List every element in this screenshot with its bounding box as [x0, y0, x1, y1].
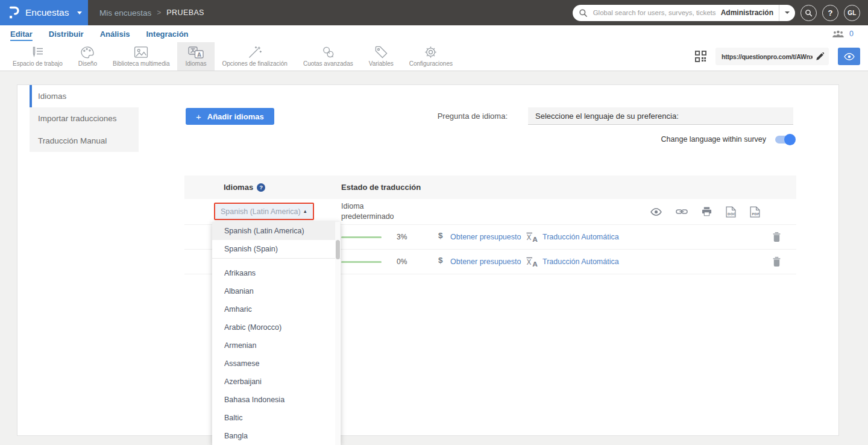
dropdown-option-spanish-spain[interactable]: Spanish (Spain): [212, 240, 341, 258]
tab-analisis[interactable]: Análisis: [100, 30, 130, 39]
help-icon[interactable]: ?: [257, 183, 265, 192]
translation-progress-bar: [341, 261, 382, 263]
edit-toolbar: Espacio de trabajoDiseñoBiblioteca multi…: [0, 42, 868, 71]
language-question-input[interactable]: [528, 107, 793, 125]
dropdown-option-spanish-latin-america[interactable]: Spanish (Latin America): [212, 222, 341, 240]
change-language-toggle[interactable]: [775, 136, 794, 144]
delete-language-trash-icon[interactable]: [773, 257, 781, 267]
search-button[interactable]: [800, 5, 817, 21]
breadcrumb-parent[interactable]: Mis encuestas: [99, 8, 151, 17]
collaborators[interactable]: 0: [832, 30, 868, 38]
tab-distribuir[interactable]: Distribuir: [49, 30, 84, 39]
gear-icon: [424, 46, 437, 58]
svg-text:A: A: [197, 51, 201, 57]
sidebar-item-importar-traducciones[interactable]: Importar traducciones: [30, 107, 139, 130]
search-input[interactable]: [592, 8, 720, 17]
toolbar-item-opciones-de-finalizacion[interactable]: Opciones de finalización: [215, 42, 295, 71]
auto-translate-link[interactable]: Traducción Automática: [542, 257, 619, 266]
tab-list: EditarDistribuirAnálisisIntegración: [10, 30, 189, 39]
workspace-icon: [31, 46, 44, 58]
svg-text:DOC: DOC: [728, 212, 735, 216]
toolbar-right: https://questionpro.com/t/AWnxvZ3: [695, 42, 868, 71]
help-button[interactable]: ?: [822, 5, 838, 21]
svg-text:X: X: [527, 258, 532, 267]
dropdown-option-bangla[interactable]: Bangla: [212, 427, 341, 445]
dropdown-option-amharic[interactable]: Amharic: [212, 300, 341, 318]
header-right: Administración ? GL: [573, 5, 868, 21]
survey-url: https://questionpro.com/t/AWnxvZ3: [722, 53, 813, 60]
default-language-status: Idioma predeterminado: [341, 201, 414, 222]
get-quote-link[interactable]: Obtener presupuesto: [450, 233, 521, 241]
link-icon[interactable]: [676, 208, 688, 215]
toolbar-item-configuraciones[interactable]: Configuraciones: [401, 42, 461, 71]
column-translation-status: Estado de traducción: [341, 183, 421, 192]
collaborators-count: 0: [849, 30, 854, 38]
toolbar-item-label: Espacio de trabajo: [13, 60, 63, 67]
print-icon[interactable]: [702, 207, 712, 216]
breadcrumb: Mis encuestas > PRUEBAS: [99, 8, 204, 17]
tab-integracion[interactable]: Integración: [146, 30, 189, 39]
language-select[interactable]: Spanish (Latin America) ▲: [214, 203, 314, 220]
product-menu[interactable]: Encuestas: [0, 0, 88, 25]
palette-icon: [81, 46, 94, 58]
toolbar-items: Espacio de trabajoDiseñoBiblioteca multi…: [5, 42, 461, 71]
languages-panel: IdiomasImportar traduccionesTraducción M…: [17, 84, 839, 436]
toolbar-item-biblioteca-multimedia[interactable]: Biblioteca multimedia: [105, 42, 178, 71]
toolbar-item-idiomas[interactable]: AIdiomas: [177, 42, 214, 71]
dropdown-option-azerbaijani[interactable]: Azerbaijani: [212, 373, 341, 391]
languages-sidebar: IdiomasImportar traduccionesTraducción M…: [30, 85, 139, 152]
qr-code-icon[interactable]: [695, 51, 706, 62]
column-languages: Idiomas: [224, 183, 253, 192]
dropdown-option-armenian[interactable]: Armenian: [212, 336, 341, 355]
language-dropdown-menu: Spanish (Latin America)Spanish (Spain)Af…: [212, 222, 341, 445]
admin-scope-label[interactable]: Administración: [720, 8, 779, 17]
get-quote-link[interactable]: Obtener presupuesto: [450, 257, 521, 266]
dropdown-option-bahasa-indonesia[interactable]: Bahasa Indonesia: [212, 391, 341, 409]
dropdown-scrollbar-thumb[interactable]: [336, 240, 340, 259]
product-name: Encuestas: [25, 7, 69, 18]
dropdown-option-arabic-morocco[interactable]: Arabic (Morocco): [212, 318, 341, 336]
preview-button[interactable]: [838, 48, 860, 65]
row-actions: DOC PDF: [650, 199, 760, 224]
survey-url-box[interactable]: https://questionpro.com/t/AWnxvZ3: [715, 48, 829, 65]
change-language-toggle-label: Change language within survey: [661, 135, 766, 144]
language-question-label: Pregunta de idioma:: [438, 112, 508, 121]
sidebar-item-traduccion-manual[interactable]: Traducción Manual: [30, 130, 139, 152]
chevron-down-icon: [77, 11, 82, 14]
tab-editar[interactable]: Editar: [10, 30, 33, 39]
export-doc-icon[interactable]: DOC: [726, 206, 736, 218]
sidebar-item-idiomas[interactable]: Idiomas: [30, 85, 139, 107]
search-icon: [579, 8, 588, 17]
chevron-up-icon: ▲: [303, 209, 313, 214]
toolbar-item-diseno[interactable]: Diseño: [71, 42, 105, 71]
auto-translate-icon[interactable]: XA: [526, 232, 539, 242]
auto-translate-icon[interactable]: XA: [526, 257, 539, 267]
global-search: Administración: [573, 5, 795, 21]
delete-language-trash-icon[interactable]: [773, 232, 781, 242]
toolbar-item-label: Idiomas: [185, 60, 206, 67]
export-pdf-icon[interactable]: PDF: [750, 206, 760, 218]
svg-text:PDF: PDF: [752, 212, 760, 216]
toolbar-item-label: Cuotas avanzadas: [303, 60, 353, 67]
preview-eye-icon[interactable]: [650, 208, 662, 216]
dropdown-divider: [212, 258, 341, 259]
toolbar-item-label: Diseño: [78, 60, 97, 67]
toolbar-item-cuotas-avanzadas[interactable]: Cuotas avanzadas: [295, 42, 361, 71]
top-header: Encuestas Mis encuestas > PRUEBAS Admini…: [0, 0, 868, 25]
svg-text:A: A: [533, 260, 538, 267]
auto-translate-link[interactable]: Traducción Automática: [542, 233, 619, 241]
toolbar-item-variables[interactable]: Variables: [361, 42, 401, 71]
search-scope-dropdown[interactable]: [779, 11, 795, 14]
translate-icon: A: [188, 46, 204, 58]
dropdown-option-assamese[interactable]: Assamese: [212, 355, 341, 373]
toolbar-item-label: Opciones de finalización: [222, 60, 288, 67]
dropdown-option-afrikaans[interactable]: Afrikaans: [212, 264, 341, 282]
edit-url-pencil-icon[interactable]: [816, 52, 824, 61]
add-languages-button[interactable]: + Añadir idiomas: [186, 108, 274, 125]
toolbar-item-espacio-de-trabajo[interactable]: Espacio de trabajo: [5, 42, 71, 71]
toggle-knob: [784, 134, 796, 145]
dropdown-option-albanian[interactable]: Albanian: [212, 282, 341, 300]
dropdown-option-baltic[interactable]: Baltic: [212, 409, 341, 427]
questionpro-logo-icon: [9, 6, 20, 20]
avatar[interactable]: GL: [844, 5, 860, 21]
